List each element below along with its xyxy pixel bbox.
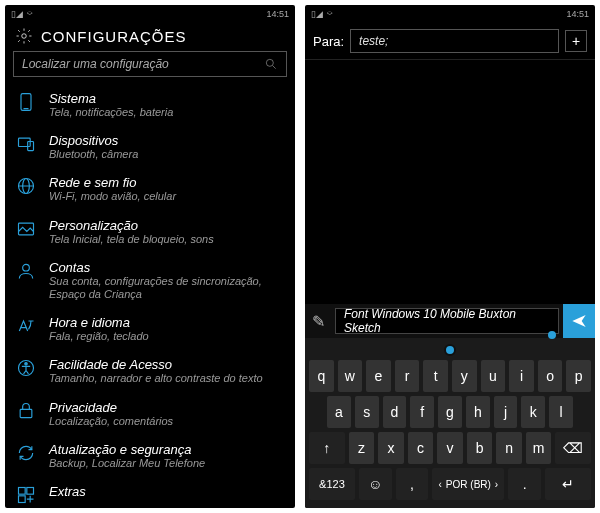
chevron-right-icon: › <box>495 479 498 490</box>
time-language-icon <box>15 315 37 337</box>
soft-keyboard: q w e r t y u i o p a s d f g h j k l ↑ … <box>305 338 595 508</box>
key-d[interactable]: d <box>383 396 407 428</box>
key-m[interactable]: m <box>526 432 552 464</box>
key-emoji[interactable]: ☺ <box>359 468 392 500</box>
wifi-icon: ⌔ <box>27 9 32 19</box>
key-l[interactable]: l <box>549 396 573 428</box>
item-title: Facilidade de Acesso <box>49 357 263 372</box>
key-numeric[interactable]: &123 <box>309 468 355 500</box>
extras-icon <box>15 484 37 506</box>
key-a[interactable]: a <box>327 396 351 428</box>
key-t[interactable]: t <box>423 360 448 392</box>
signal-icon: ▯◢ <box>311 9 323 19</box>
settings-item-sistema[interactable]: SistemaTela, notificações, bateria <box>15 85 285 127</box>
item-subtitle: Bluetooth, câmera <box>49 148 138 161</box>
item-subtitle: Localização, comentários <box>49 415 173 428</box>
to-field[interactable]: teste; <box>350 29 559 53</box>
key-row-3: ↑ z x c v b n m ⌫ <box>309 432 591 464</box>
privacy-icon <box>15 400 37 422</box>
key-u[interactable]: u <box>481 360 506 392</box>
key-b[interactable]: b <box>467 432 493 464</box>
accounts-icon <box>15 260 37 282</box>
key-z[interactable]: z <box>349 432 375 464</box>
key-o[interactable]: o <box>538 360 563 392</box>
svg-rect-16 <box>27 487 34 494</box>
status-bar: ▯◢ ⌔ 14:51 <box>5 5 295 23</box>
settings-item-dispositivos[interactable]: DispositivosBluetooth, câmera <box>15 127 285 169</box>
settings-item-rede[interactable]: Rede e sem fioWi-Fi, modo avião, celular <box>15 169 285 211</box>
send-button[interactable] <box>563 304 595 338</box>
key-v[interactable]: v <box>437 432 463 464</box>
gear-icon <box>15 27 33 45</box>
svg-point-11 <box>23 264 30 271</box>
key-shift[interactable]: ↑ <box>309 432 345 464</box>
search-input[interactable]: Localizar uma configuração <box>13 51 287 77</box>
personalization-icon <box>15 218 37 240</box>
key-enter[interactable]: ↵ <box>545 468 591 500</box>
settings-list: SistemaTela, notificações, bateria Dispo… <box>5 83 295 508</box>
key-j[interactable]: j <box>494 396 518 428</box>
wifi-icon: ⌔ <box>327 9 332 19</box>
message-body[interactable] <box>305 60 595 304</box>
key-i[interactable]: i <box>509 360 534 392</box>
add-contact-button[interactable]: + <box>565 30 587 52</box>
key-h[interactable]: h <box>466 396 490 428</box>
key-f[interactable]: f <box>410 396 434 428</box>
key-e[interactable]: e <box>366 360 391 392</box>
system-icon <box>15 91 37 113</box>
status-bar: ▯◢ ⌔ 14:51 <box>305 5 595 23</box>
network-icon <box>15 175 37 197</box>
search-icon <box>264 57 278 71</box>
attach-icon[interactable]: ✎ <box>305 308 331 334</box>
item-subtitle: Tamanho, narrador e alto contraste do te… <box>49 372 263 385</box>
page-header: CONFIGURAÇÕES <box>5 23 295 51</box>
page-title: CONFIGURAÇÕES <box>41 28 187 45</box>
item-subtitle: Wi-Fi, modo avião, celular <box>49 190 176 203</box>
key-s[interactable]: s <box>355 396 379 428</box>
message-field[interactable]: Font Windows 10 Mobile Buxton Sketch <box>335 308 559 334</box>
key-language[interactable]: ‹ POR (BR) › <box>432 468 504 500</box>
devices-icon <box>15 133 37 155</box>
to-value: teste; <box>359 34 388 48</box>
settings-item-extras[interactable]: Extras <box>15 478 285 508</box>
key-x[interactable]: x <box>378 432 404 464</box>
key-q[interactable]: q <box>309 360 334 392</box>
key-comma[interactable]: , <box>396 468 429 500</box>
svg-line-2 <box>273 66 276 69</box>
key-k[interactable]: k <box>521 396 545 428</box>
settings-item-contas[interactable]: ContasSua conta, configurações de sincro… <box>15 254 285 309</box>
settings-item-privacidade[interactable]: PrivacidadeLocalização, comentários <box>15 394 285 436</box>
item-subtitle: Fala, região, teclado <box>49 330 149 343</box>
key-r[interactable]: r <box>395 360 420 392</box>
item-title: Sistema <box>49 91 173 106</box>
key-row-1: q w e r t y u i o p <box>309 360 591 392</box>
settings-item-hora-idioma[interactable]: Hora e idiomaFala, região, teclado <box>15 309 285 351</box>
item-title: Privacidade <box>49 400 173 415</box>
svg-rect-5 <box>19 138 31 146</box>
key-g[interactable]: g <box>438 396 462 428</box>
key-c[interactable]: c <box>408 432 434 464</box>
settings-item-personalizacao[interactable]: PersonalizaçãoTela Inicial, tela de bloq… <box>15 212 285 254</box>
item-subtitle: Sua conta, configurações de sincronizaçã… <box>49 275 285 301</box>
send-icon <box>571 313 587 329</box>
settings-item-atualizacao[interactable]: Atualização e segurançaBackup, Localizar… <box>15 436 285 478</box>
settings-item-facilidade[interactable]: Facilidade de AcessoTamanho, narrador e … <box>15 351 285 393</box>
item-title: Dispositivos <box>49 133 138 148</box>
key-period[interactable]: . <box>508 468 541 500</box>
cursor-handle[interactable] <box>309 344 591 356</box>
key-p[interactable]: p <box>566 360 591 392</box>
item-title: Rede e sem fio <box>49 175 176 190</box>
svg-rect-15 <box>19 487 26 494</box>
item-title: Atualização e segurança <box>49 442 205 457</box>
svg-rect-3 <box>21 94 31 111</box>
to-label: Para: <box>313 34 344 49</box>
search-placeholder: Localizar uma configuração <box>22 57 169 71</box>
key-w[interactable]: w <box>338 360 363 392</box>
message-field-value: Font Windows 10 Mobile Buxton Sketch <box>344 307 550 335</box>
plus-icon: + <box>572 33 580 49</box>
key-y[interactable]: y <box>452 360 477 392</box>
key-n[interactable]: n <box>496 432 522 464</box>
item-title: Extras <box>49 484 86 499</box>
key-backspace[interactable]: ⌫ <box>555 432 591 464</box>
clock: 14:51 <box>566 9 589 19</box>
